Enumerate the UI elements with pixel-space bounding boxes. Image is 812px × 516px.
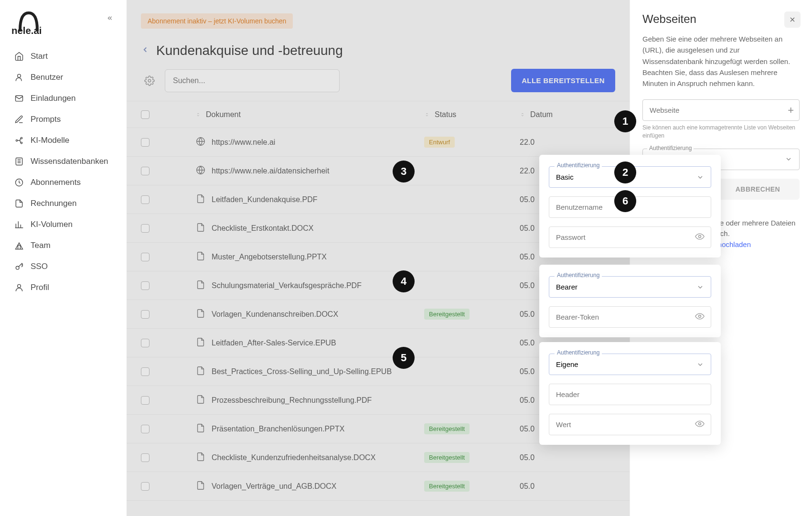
sidebar-item-sso[interactable]: SSO xyxy=(9,256,118,277)
auth-label: Authentifizierung xyxy=(555,272,602,279)
settings-button[interactable] xyxy=(141,72,158,89)
sidebar-item-team[interactable]: Team xyxy=(9,235,118,256)
cancel-button[interactable]: ABBRECHEN xyxy=(716,179,800,200)
document-date: 05.0 xyxy=(520,453,615,462)
document-name: Vorlagen_Verträge_und_AGB.DOCX xyxy=(212,482,337,491)
svg-point-4 xyxy=(21,137,22,139)
row-checkbox[interactable] xyxy=(141,138,150,147)
sidebar-item-ki-volumen[interactable]: KI-Volumen xyxy=(9,214,118,235)
globe-icon xyxy=(195,165,206,177)
sidebar-item-label: Benutzer xyxy=(31,73,63,82)
select-all-checkbox[interactable] xyxy=(141,110,150,119)
auth-label: Authentifizierung xyxy=(555,162,602,169)
table-row[interactable]: Vorlagen_Verträge_und_AGB.DOCX Bereitges… xyxy=(127,472,630,501)
sidebar-item-prompts[interactable]: Prompts xyxy=(9,109,118,130)
svg-point-14 xyxy=(699,315,701,317)
row-checkbox[interactable] xyxy=(141,396,150,405)
file-icon xyxy=(195,337,206,349)
sidebar: nele.ai StartBenutzerEinladungenPromptsK… xyxy=(0,0,127,516)
header-input[interactable] xyxy=(549,384,711,405)
row-checkbox[interactable] xyxy=(141,425,150,433)
document-name: Präsentation_Branchenlösungen.PPTX xyxy=(212,425,344,433)
col-document[interactable]: Dokument xyxy=(171,110,424,119)
table-row[interactable]: https://www.nele.ai Entwurf 22.0 xyxy=(127,128,630,157)
sidebar-item-rechnungen[interactable]: Rechnungen xyxy=(9,193,118,214)
sidebar-item-wissensdatenbanken[interactable]: Wissensdatenbanken xyxy=(9,151,118,172)
row-checkbox[interactable] xyxy=(141,482,150,491)
eye-icon[interactable] xyxy=(695,419,705,430)
sidebar-item-benutzer[interactable]: Benutzer xyxy=(9,67,118,88)
website-input[interactable] xyxy=(642,99,800,121)
globe-icon xyxy=(195,136,206,149)
sidebar-item-abonnements[interactable]: Abonnements xyxy=(9,172,118,193)
panel-description: Geben Sie eine oder mehrere Webseiten an… xyxy=(642,33,800,89)
value-input[interactable] xyxy=(549,414,711,435)
annotation-dot-6: 6 xyxy=(614,190,636,212)
document-name: https://www.nele.ai xyxy=(212,138,275,147)
sidebar-item-profil[interactable]: Profil xyxy=(9,277,118,298)
file-icon xyxy=(195,251,206,263)
status-badge: Bereitgestellt xyxy=(424,452,470,463)
add-website-icon[interactable]: + xyxy=(788,104,794,117)
svg-point-3 xyxy=(16,140,17,141)
col-date[interactable]: Datum xyxy=(520,110,615,119)
document-name: Schulungsmaterial_Verkaufsgespräche.PDF xyxy=(212,281,362,290)
row-checkbox[interactable] xyxy=(141,339,150,347)
row-checkbox[interactable] xyxy=(141,253,150,261)
file-icon xyxy=(195,194,206,206)
svg-point-10 xyxy=(148,79,151,82)
status-badge: Entwurf xyxy=(424,137,455,148)
sidebar-item-einladungen[interactable]: Einladungen xyxy=(9,88,118,109)
file-icon xyxy=(195,280,206,292)
row-checkbox[interactable] xyxy=(141,281,150,290)
eye-icon[interactable] xyxy=(695,312,705,323)
search-input[interactable] xyxy=(165,69,340,92)
row-checkbox[interactable] xyxy=(141,453,150,462)
auth-label: Authentifizierung xyxy=(647,145,694,151)
sidebar-item-label: Rechnungen xyxy=(31,199,76,208)
status-badge: Bereitgestellt xyxy=(424,481,470,492)
sidebar-item-label: SSO xyxy=(31,262,48,271)
annotation-dot-4: 4 xyxy=(393,270,415,292)
file-icon xyxy=(195,394,206,407)
svg-point-5 xyxy=(21,142,22,143)
main-content: Abonnement inaktiv – jetzt KI-Volumen bu… xyxy=(127,0,630,516)
svg-point-15 xyxy=(699,422,701,425)
svg-text:nele.ai: nele.ai xyxy=(11,25,42,34)
svg-point-1 xyxy=(18,74,21,77)
page-title: Kundenakquise und -betreuung xyxy=(156,43,343,58)
sidebar-item-ki-modelle[interactable]: KI-Modelle xyxy=(9,130,118,151)
document-name: Vorlagen_Kundenanschreiben.DOCX xyxy=(212,310,338,319)
panel-title: Webseiten xyxy=(642,12,800,26)
auth-select[interactable]: Bearer xyxy=(549,276,711,298)
subscription-banner[interactable]: Abonnement inaktiv – jetzt KI-Volumen bu… xyxy=(141,13,293,29)
annotation-dot-1: 1 xyxy=(614,110,636,132)
document-name: Prozessbeschreibung_Rechnungsstellung.PD… xyxy=(212,396,372,405)
auth-popover-custom: Authentifizierung Eigene xyxy=(539,342,721,445)
row-checkbox[interactable] xyxy=(141,367,150,376)
eye-icon[interactable] xyxy=(695,232,705,243)
bearer-token-input[interactable] xyxy=(549,306,711,328)
row-checkbox[interactable] xyxy=(141,167,150,175)
row-checkbox[interactable] xyxy=(141,195,150,204)
annotation-dot-3: 3 xyxy=(393,161,415,183)
file-icon xyxy=(195,222,206,235)
document-date: 05.0 xyxy=(520,482,615,491)
svg-rect-6 xyxy=(16,158,22,165)
provide-all-button[interactable]: ALLE BEREITSTELLEN xyxy=(511,69,615,92)
collapse-sidebar-icon[interactable] xyxy=(106,14,113,24)
table-row[interactable]: Checkliste_Kundenzufriedenheitsanalyse.D… xyxy=(127,443,630,472)
row-checkbox[interactable] xyxy=(141,224,150,233)
auth-select[interactable]: Eigene xyxy=(549,354,711,375)
sidebar-item-label: KI-Volumen xyxy=(31,220,73,229)
password-input[interactable] xyxy=(549,226,711,248)
row-checkbox[interactable] xyxy=(141,310,150,319)
document-name: Checkliste_Kundenzufriedenheitsanalyse.D… xyxy=(212,453,375,462)
auth-label: Authentifizierung xyxy=(555,349,602,356)
close-button[interactable] xyxy=(784,11,801,28)
sidebar-item-label: Start xyxy=(31,52,48,61)
sidebar-item-start[interactable]: Start xyxy=(9,46,118,67)
back-icon[interactable] xyxy=(141,44,150,57)
col-status[interactable]: Status xyxy=(424,110,520,119)
document-name: Leitfaden_After-Sales-Service.EPUB xyxy=(212,339,336,347)
